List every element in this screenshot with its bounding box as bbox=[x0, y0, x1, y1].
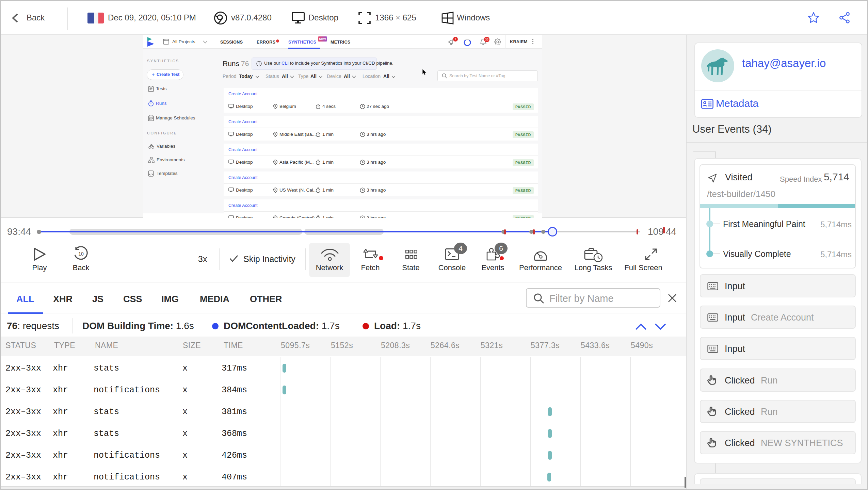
svg-text:10: 10 bbox=[78, 251, 84, 257]
